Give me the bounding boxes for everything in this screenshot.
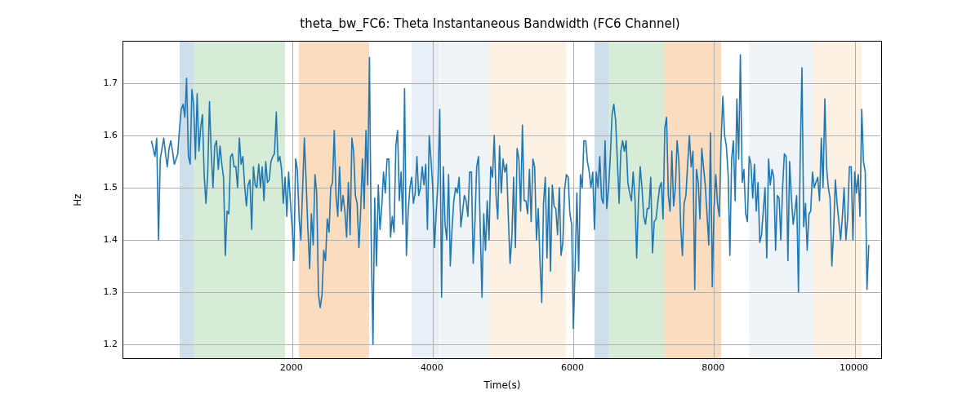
xtick-label: 8000: [702, 362, 724, 373]
x-axis-label: Time(s): [122, 379, 882, 391]
ytick-label: 1.7: [93, 78, 118, 88]
ytick-label: 1.5: [93, 182, 118, 193]
ytick-label: 1.6: [93, 130, 118, 140]
chart-title: theta_bw_FC6: Theta Instantaneous Bandwi…: [0, 16, 980, 31]
ytick-label: 1.2: [93, 338, 118, 348]
series-line: [123, 42, 882, 359]
chart-figure: theta_bw_FC6: Theta Instantaneous Bandwi…: [0, 0, 980, 408]
ytick-label: 1.4: [93, 233, 118, 244]
xtick-label: 10000: [840, 362, 868, 373]
xtick-label: 2000: [280, 362, 303, 373]
chart-axes: [122, 41, 882, 359]
xtick-label: 4000: [421, 362, 443, 373]
ytick-label: 1.3: [93, 286, 118, 296]
y-axis-label: Hz: [72, 193, 83, 206]
xtick-label: 6000: [561, 362, 584, 373]
